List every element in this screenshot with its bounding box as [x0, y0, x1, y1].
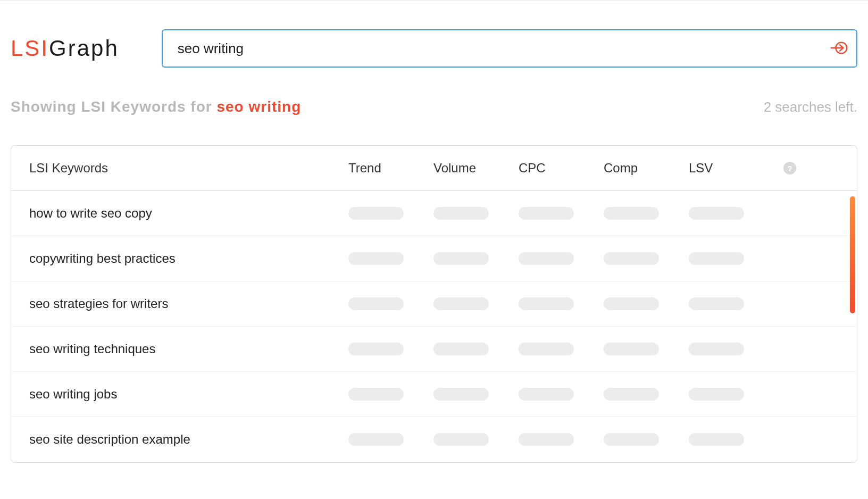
- status-row: Showing LSI Keywords for seo writing 2 s…: [0, 68, 868, 115]
- trend-placeholder: [348, 252, 404, 265]
- comp-placeholder: [604, 252, 659, 265]
- enter-arrow-icon: [830, 39, 848, 59]
- search-submit-button[interactable]: [830, 39, 849, 58]
- comp-placeholder: [604, 343, 659, 355]
- cpc-placeholder: [519, 252, 574, 265]
- table-row[interactable]: copywriting best practices: [11, 236, 857, 281]
- volume-placeholder: [433, 252, 489, 265]
- cpc-placeholder: [519, 388, 574, 401]
- scrollbar-thumb[interactable]: [850, 196, 855, 313]
- status-term: seo writing: [216, 98, 301, 115]
- logo: LSIGraph: [11, 36, 119, 61]
- volume-placeholder: [433, 343, 489, 355]
- trend-placeholder: [348, 388, 404, 401]
- cpc-placeholder: [519, 433, 574, 446]
- comp-placeholder: [604, 207, 659, 220]
- table-row[interactable]: seo writing techniques: [11, 327, 857, 372]
- comp-placeholder: [604, 433, 659, 446]
- header-row: LSIGraph: [0, 1, 868, 68]
- keyword-cell: seo strategies for writers: [29, 296, 348, 311]
- lsv-placeholder: [689, 433, 744, 446]
- trend-placeholder: [348, 297, 404, 310]
- keyword-cell: seo site description example: [29, 432, 348, 447]
- status-showing: Showing LSI Keywords for seo writing: [11, 98, 301, 115]
- comp-placeholder: [604, 388, 659, 401]
- volume-placeholder: [433, 388, 489, 401]
- keyword-cell: seo writing techniques: [29, 342, 348, 356]
- cpc-placeholder: [519, 207, 574, 220]
- table-row[interactable]: seo strategies for writers: [11, 281, 857, 327]
- trend-placeholder: [348, 207, 404, 220]
- trend-placeholder: [348, 433, 404, 446]
- searches-left: 2 searches left.: [764, 99, 857, 115]
- search-wrap: [162, 29, 857, 68]
- cpc-placeholder: [519, 343, 574, 355]
- help-icon-wrap: ?: [774, 162, 806, 174]
- table-row[interactable]: seo writing jobs: [11, 372, 857, 417]
- logo-part-graph: Graph: [49, 36, 119, 61]
- col-header-cpc: CPC: [519, 161, 604, 176]
- lsv-placeholder: [689, 207, 744, 220]
- col-header-trend: Trend: [348, 161, 433, 176]
- lsv-placeholder: [689, 388, 744, 401]
- status-prefix: Showing LSI Keywords for: [11, 98, 216, 115]
- lsv-placeholder: [689, 343, 744, 355]
- search-input[interactable]: [162, 29, 857, 68]
- lsv-placeholder: [689, 297, 744, 310]
- volume-placeholder: [433, 433, 489, 446]
- table-row[interactable]: seo site description example: [11, 417, 857, 462]
- logo-part-lsi: LSI: [11, 36, 49, 61]
- col-header-keywords: LSI Keywords: [29, 161, 348, 176]
- col-header-comp: Comp: [604, 161, 689, 176]
- table-header: LSI Keywords Trend Volume CPC Comp LSV ?: [11, 146, 857, 191]
- keyword-cell: how to write seo copy: [29, 206, 348, 221]
- volume-placeholder: [433, 297, 489, 310]
- results-table: LSI Keywords Trend Volume CPC Comp LSV ?…: [11, 145, 857, 463]
- volume-placeholder: [433, 207, 489, 220]
- table-row[interactable]: how to write seo copy: [11, 191, 857, 236]
- trend-placeholder: [348, 343, 404, 355]
- comp-placeholder: [604, 297, 659, 310]
- keyword-cell: copywriting best practices: [29, 251, 348, 266]
- cpc-placeholder: [519, 297, 574, 310]
- col-header-volume: Volume: [433, 161, 519, 176]
- table-body: how to write seo copy copywriting best p…: [11, 191, 857, 462]
- help-icon[interactable]: ?: [783, 162, 796, 174]
- col-header-lsv: LSV: [689, 161, 774, 176]
- keyword-cell: seo writing jobs: [29, 387, 348, 402]
- lsv-placeholder: [689, 252, 744, 265]
